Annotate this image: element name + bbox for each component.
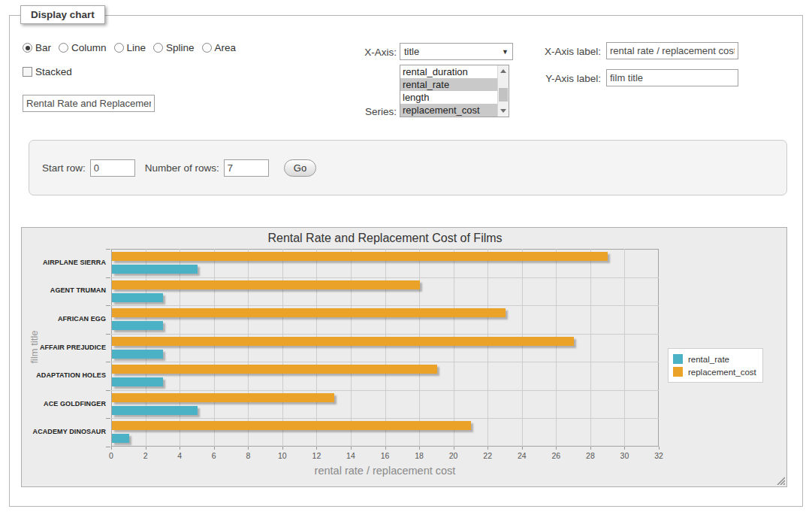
x-tick-label: 24 bbox=[511, 451, 533, 460]
chart-container: Rental Rate and Replacement Cost of Film… bbox=[21, 227, 787, 487]
y-tick-mark bbox=[106, 418, 110, 419]
y-tick-mark bbox=[106, 334, 110, 335]
legend-label: rental_rate bbox=[688, 355, 729, 364]
x-tick-mark bbox=[248, 447, 249, 450]
x-tick-label: 26 bbox=[545, 451, 567, 460]
y-tick-mark bbox=[106, 447, 110, 447]
radio-circle-icon bbox=[59, 43, 68, 53]
bar-rental_rate bbox=[112, 434, 129, 443]
gridline-horizontal bbox=[111, 418, 659, 419]
legend-item: replacement_cost bbox=[673, 365, 756, 378]
x-tick-label: 6 bbox=[203, 451, 225, 460]
bar-replacement_cost bbox=[112, 337, 574, 346]
series-select-label: Series: bbox=[331, 106, 397, 117]
gridline-vertical bbox=[146, 249, 146, 447]
x-axis-select[interactable]: title ▼ bbox=[400, 43, 513, 60]
gridline-horizontal bbox=[111, 362, 659, 362]
bar-rental_rate bbox=[112, 293, 163, 302]
stacked-checkbox-row[interactable]: Stacked bbox=[23, 66, 72, 77]
category-label: ACADEMY DINOSAUR bbox=[27, 428, 106, 435]
series-option-replacement_cost[interactable]: replacement_cost bbox=[400, 104, 497, 117]
x-tick-mark bbox=[316, 447, 317, 450]
x-tick-label: 20 bbox=[442, 451, 465, 460]
radio-column[interactable]: Column bbox=[59, 42, 107, 53]
radio-spline[interactable]: Spline bbox=[153, 42, 195, 53]
x-tick-mark bbox=[282, 447, 283, 450]
y-tick-mark bbox=[106, 305, 110, 306]
scroll-down-icon bbox=[500, 109, 506, 113]
x-axis-label-input[interactable] bbox=[606, 42, 738, 59]
bar-rental_rate bbox=[112, 265, 198, 274]
gridline-vertical bbox=[488, 249, 488, 447]
x-tick-mark bbox=[590, 447, 591, 450]
x-tick-label: 4 bbox=[168, 451, 191, 460]
radio-label: Line bbox=[127, 42, 146, 53]
x-tick-label: 8 bbox=[237, 451, 259, 460]
x-tick-mark bbox=[488, 447, 488, 450]
listbox-scrollbar[interactable] bbox=[497, 65, 509, 117]
gridline-vertical bbox=[522, 249, 523, 447]
y-tick-mark bbox=[106, 390, 110, 391]
x-tick-mark bbox=[659, 447, 660, 450]
start-row-input[interactable] bbox=[90, 159, 135, 177]
y-axis-label-input[interactable] bbox=[606, 69, 738, 86]
x-tick-label: 2 bbox=[134, 451, 157, 460]
series-option-rental_rate[interactable]: rental_rate bbox=[400, 78, 497, 91]
radio-label: Bar bbox=[35, 42, 51, 53]
chart-legend: rental_ratereplacement_cost bbox=[668, 348, 763, 383]
row-controls-panel: Start row: Number of rows: Go bbox=[29, 140, 787, 195]
num-rows-input[interactable] bbox=[224, 159, 269, 177]
bar-replacement_cost bbox=[112, 365, 437, 374]
gridline-horizontal bbox=[111, 277, 659, 278]
x-tick-label: 14 bbox=[340, 451, 362, 460]
bar-rental_rate bbox=[112, 406, 198, 415]
scroll-up-icon bbox=[500, 69, 506, 73]
scrollbar-thumb[interactable] bbox=[499, 88, 508, 101]
radio-label: Area bbox=[215, 42, 237, 53]
resize-handle-icon[interactable] bbox=[775, 475, 785, 485]
bar-replacement_cost bbox=[112, 393, 334, 402]
y-tick-mark bbox=[106, 249, 110, 250]
gridline-vertical bbox=[556, 249, 557, 447]
stacked-checkbox[interactable] bbox=[23, 67, 32, 77]
legend-label: replacement_cost bbox=[688, 368, 756, 377]
gridline-vertical bbox=[214, 249, 215, 447]
bar-replacement_cost bbox=[112, 280, 420, 289]
x-tick-label: 0 bbox=[100, 451, 122, 460]
legend-item: rental_rate bbox=[673, 353, 756, 365]
scroll-up-button[interactable] bbox=[498, 65, 509, 77]
scroll-down-button[interactable] bbox=[498, 105, 509, 117]
stacked-label: Stacked bbox=[35, 66, 72, 77]
bar-rental_rate bbox=[112, 350, 163, 359]
y-tick-mark bbox=[106, 362, 110, 362]
gridline-vertical bbox=[590, 249, 591, 447]
gridline-vertical bbox=[248, 249, 249, 447]
go-button[interactable]: Go bbox=[284, 159, 316, 177]
chevron-down-icon: ▼ bbox=[502, 48, 509, 56]
gridline-vertical bbox=[624, 249, 625, 447]
y-axis-label-label: Y-Axis label: bbox=[526, 73, 601, 84]
radio-line[interactable]: Line bbox=[114, 42, 146, 53]
x-tick-label: 12 bbox=[305, 451, 328, 460]
chart-title-input[interactable] bbox=[23, 95, 155, 112]
category-label: ACE GOLDFINGER bbox=[27, 400, 106, 407]
x-axis-label-label: X-Axis label: bbox=[526, 46, 601, 57]
gridline-vertical bbox=[454, 249, 454, 447]
radio-label: Spline bbox=[166, 42, 195, 53]
x-tick-label: 32 bbox=[647, 451, 670, 460]
series-option-length[interactable]: length bbox=[400, 91, 497, 104]
bar-replacement_cost bbox=[112, 252, 608, 261]
x-tick-mark bbox=[180, 447, 180, 450]
radio-circle-icon bbox=[202, 43, 212, 53]
gridline-horizontal bbox=[111, 334, 659, 335]
series-option-rental_duration[interactable]: rental_duration bbox=[400, 65, 497, 78]
radio-area[interactable]: Area bbox=[202, 42, 237, 53]
gridline-vertical bbox=[180, 249, 180, 447]
gridline-vertical bbox=[316, 249, 317, 447]
num-rows-label: Number of rows: bbox=[145, 162, 219, 174]
series-listbox[interactable]: rental_durationrental_ratelengthreplacem… bbox=[400, 65, 509, 117]
radio-circle-icon bbox=[114, 43, 124, 53]
radio-bar[interactable]: Bar bbox=[23, 42, 51, 53]
x-tick-label: 18 bbox=[408, 451, 430, 460]
bar-replacement_cost bbox=[112, 421, 471, 430]
